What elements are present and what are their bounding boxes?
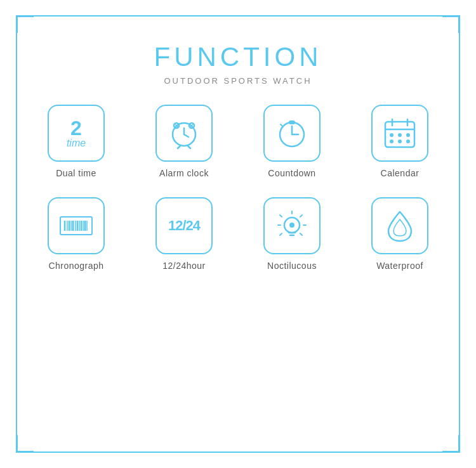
icons-grid: 2 time Dual time bbox=[30, 105, 446, 271]
page-title: FUNCTION bbox=[154, 42, 322, 72]
icon-box-waterproof bbox=[371, 197, 428, 254]
noctilucous-icon bbox=[274, 207, 310, 244]
feature-dual-time: 2 time Dual time bbox=[35, 105, 117, 178]
calendar-icon bbox=[381, 115, 418, 151]
svg-point-19 bbox=[399, 134, 401, 136]
corner-bl bbox=[16, 435, 34, 453]
icon-box-alarm bbox=[155, 105, 213, 162]
icon-box-calendar bbox=[371, 105, 428, 162]
countdown-icon bbox=[274, 115, 310, 151]
corner-tl bbox=[16, 15, 34, 33]
feature-calendar: Calendar bbox=[359, 105, 441, 178]
icon-box-chronograph bbox=[48, 197, 105, 254]
svg-point-23 bbox=[407, 140, 409, 143]
svg-line-2 bbox=[184, 134, 188, 137]
svg-line-5 bbox=[178, 146, 180, 148]
svg-line-45 bbox=[300, 233, 302, 235]
feature-alarm-clock: Alarm clock bbox=[143, 105, 225, 178]
corner-br bbox=[442, 435, 460, 453]
icons-row-1: 2 time Dual time bbox=[35, 105, 441, 178]
feature-waterproof: Waterproof bbox=[359, 197, 441, 271]
svg-point-47 bbox=[290, 223, 294, 227]
label-waterproof: Waterproof bbox=[376, 261, 423, 271]
label-12-24hour: 12/24hour bbox=[162, 261, 206, 271]
corner-tr bbox=[442, 15, 460, 33]
feature-countdown: Countdown bbox=[251, 105, 333, 178]
feature-noctilucous: Noctilucous bbox=[251, 197, 333, 271]
label-chronograph: Chronograph bbox=[48, 261, 103, 271]
svg-line-44 bbox=[280, 215, 282, 217]
alarm-clock-icon bbox=[166, 115, 202, 151]
feature-12-24hour: 12/24 12/24hour bbox=[143, 197, 225, 271]
svg-point-22 bbox=[399, 140, 401, 143]
label-countdown: Countdown bbox=[268, 168, 315, 178]
svg-point-21 bbox=[390, 140, 393, 143]
icon-box-12-24: 12/24 bbox=[155, 197, 213, 254]
label-noctilucous: Noctilucous bbox=[267, 261, 317, 271]
main-container: FUNCTION OUTDOOR SPORTS WATCH 2 time Dua… bbox=[16, 15, 460, 453]
dual-time-icon: 2 time bbox=[67, 118, 86, 148]
time-mode-icon: 12/24 bbox=[168, 218, 200, 234]
svg-line-13 bbox=[281, 124, 283, 127]
icon-box-noctilucous bbox=[263, 197, 321, 254]
icon-box-countdown bbox=[263, 105, 321, 162]
svg-line-46 bbox=[280, 233, 282, 235]
svg-point-20 bbox=[407, 134, 409, 136]
icons-row-2: Chronograph 12/24 12/24hour bbox=[35, 197, 441, 271]
icon-box-dual-time: 2 time bbox=[48, 105, 105, 162]
svg-line-6 bbox=[188, 146, 190, 148]
label-dual-time: Dual time bbox=[56, 168, 96, 178]
label-alarm-clock: Alarm clock bbox=[159, 168, 209, 178]
feature-chronograph: Chronograph bbox=[35, 197, 117, 271]
waterproof-icon bbox=[382, 207, 418, 245]
svg-point-18 bbox=[390, 134, 393, 136]
chronograph-icon bbox=[57, 208, 95, 244]
label-calendar: Calendar bbox=[381, 168, 420, 178]
svg-line-41 bbox=[300, 215, 302, 217]
page-subtitle: OUTDOOR SPORTS WATCH bbox=[164, 76, 312, 86]
